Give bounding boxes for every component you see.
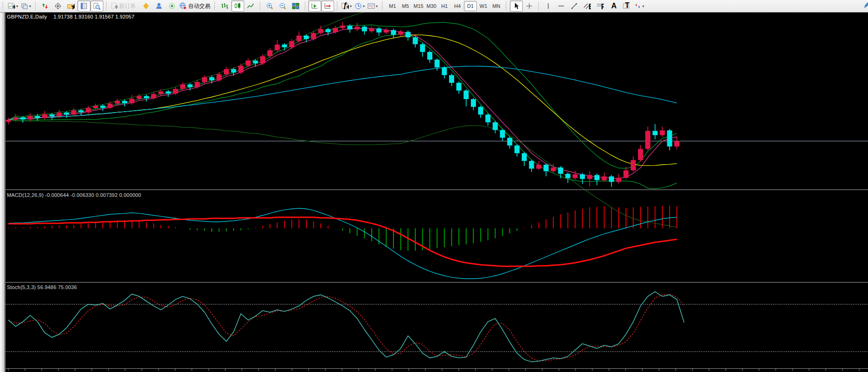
candle-body bbox=[595, 175, 600, 180]
toolbar-equidistant-channel-button[interactable]: E bbox=[581, 0, 594, 12]
candle-body bbox=[456, 83, 462, 91]
tf-m15-button[interactable]: M15 bbox=[412, 1, 425, 11]
dropdown-caret-icon[interactable]: ▾ bbox=[376, 4, 378, 8]
candle-body bbox=[289, 41, 294, 47]
toolbar-separator bbox=[35, 1, 36, 11]
tf-d1-button[interactable]: D1 bbox=[464, 1, 477, 11]
dropdown-caret-icon[interactable]: ▾ bbox=[363, 4, 365, 8]
tf-w1-button[interactable]: W1 bbox=[477, 1, 490, 11]
candle-body bbox=[478, 107, 483, 115]
toolbar: +▾▾★+新订单自动交易ƒ+▾▾▾M1M5M15M30H1H4D1W1MNEFA… bbox=[0, 0, 868, 13]
tf-m30-button[interactable]: M30 bbox=[425, 1, 438, 11]
tf-m5-button[interactable]: M5 bbox=[399, 1, 412, 11]
candle-body bbox=[347, 25, 352, 29]
toolbar-tile-windows-button[interactable] bbox=[289, 0, 302, 12]
candle-body bbox=[573, 174, 578, 178]
toolbar-templates-button[interactable]: ▾ bbox=[366, 0, 379, 12]
macd-label: MACD(12,26,9) -0.000644 -0.006330 0.0073… bbox=[7, 192, 141, 198]
tf-h4-button[interactable]: H4 bbox=[451, 1, 464, 11]
toolbar-line-chart-button[interactable] bbox=[244, 0, 257, 12]
toolbar-gripper[interactable] bbox=[381, 1, 384, 11]
terminal-window: { "chart": { "symbol_label": "GBPNZD.E,D… bbox=[0, 0, 868, 372]
toolbar-fibonacci-button[interactable]: F bbox=[594, 0, 607, 12]
toolbar-cursor-button[interactable] bbox=[510, 0, 523, 12]
dropdown-caret-icon[interactable]: ▾ bbox=[642, 4, 644, 8]
toolbar-separator bbox=[337, 1, 337, 11]
vline-icon bbox=[545, 2, 552, 10]
candle-body bbox=[333, 28, 338, 32]
candle-body bbox=[238, 66, 243, 73]
toolbar-trendline-button[interactable] bbox=[568, 0, 581, 12]
toolbar-community-button[interactable] bbox=[152, 0, 165, 12]
chart-window[interactable]: GBPNZD.E,Daily1.91738 1.93160 1.91567 1.… bbox=[0, 0, 868, 372]
dropdown-caret-icon[interactable]: ▾ bbox=[350, 4, 352, 8]
arrows-group-icon bbox=[634, 2, 641, 10]
magnifier-minus-icon bbox=[279, 2, 286, 10]
new-order-label: 新订单 bbox=[119, 2, 136, 10]
toolbar-auto-scroll-button[interactable] bbox=[308, 0, 321, 12]
toolbar-crosshair-button[interactable] bbox=[523, 0, 536, 12]
tf-mn-button[interactable]: MN bbox=[490, 1, 503, 11]
toolbar-gripper[interactable] bbox=[214, 1, 216, 11]
svg-text:★: ★ bbox=[71, 3, 75, 10]
toolbar-overflow[interactable] bbox=[863, 1, 868, 11]
toolbar-zoom-in-button[interactable] bbox=[263, 0, 276, 12]
toolbar-metaeditor-button[interactable] bbox=[139, 0, 152, 12]
candle-body bbox=[471, 99, 476, 107]
candle-body bbox=[616, 178, 621, 182]
dock-gripper-strip[interactable] bbox=[0, 13, 5, 372]
candle-body bbox=[122, 101, 127, 103]
toolbar-arrows-button[interactable]: ▾ bbox=[633, 0, 646, 12]
toolbar-horizontal-line-button[interactable] bbox=[555, 0, 568, 12]
candle-body bbox=[391, 30, 396, 35]
candle-body bbox=[405, 32, 411, 38]
toolbar-new-order-button[interactable]: +新订单 bbox=[109, 0, 137, 12]
candle-body bbox=[565, 174, 570, 178]
candle-body bbox=[282, 44, 287, 47]
toolbar-text-label-button[interactable]: T bbox=[620, 0, 633, 12]
ohlc-values: 1.91738 1.93160 1.91567 1.92057 bbox=[54, 14, 134, 19]
toolbar-new-chart-button[interactable]: +▾ bbox=[6, 0, 19, 12]
dropdown-caret-icon[interactable]: ▾ bbox=[29, 4, 31, 8]
candle-body bbox=[173, 89, 178, 94]
f-plus-icon: ƒ+ bbox=[342, 2, 349, 10]
toolbar-bar-chart-button[interactable] bbox=[218, 0, 231, 12]
candle-body bbox=[674, 141, 679, 146]
toolbar-vertical-line-button[interactable] bbox=[542, 0, 555, 12]
candle-body bbox=[544, 165, 549, 171]
toolbar-separator bbox=[106, 1, 107, 11]
toolbar-signals-button[interactable] bbox=[165, 0, 178, 12]
toolbar-separator bbox=[539, 1, 539, 11]
candlesticks bbox=[6, 22, 680, 187]
toolbar-zoom-out-button[interactable] bbox=[276, 0, 289, 12]
toolbar-group bbox=[307, 0, 336, 13]
toolbar-autotrading-button[interactable]: 自动交易 bbox=[178, 0, 211, 12]
toolbar-indicators-button[interactable]: ƒ+▾ bbox=[340, 0, 353, 12]
toolbar-data-window-button[interactable] bbox=[51, 0, 64, 12]
candle-body bbox=[297, 36, 302, 41]
candle-body bbox=[231, 69, 236, 72]
shift-axis-icon bbox=[324, 2, 331, 10]
toolbar-separator bbox=[260, 1, 260, 11]
dropdown-caret-icon[interactable]: ▾ bbox=[16, 4, 18, 8]
toolbar-gripper[interactable] bbox=[2, 1, 4, 11]
toolbar-candle-chart-button[interactable] bbox=[231, 0, 244, 12]
diamond-icon bbox=[142, 2, 150, 10]
toolbar-market-watch-button[interactable] bbox=[38, 0, 51, 12]
candle-body bbox=[64, 113, 69, 114]
toolbar-periods-button[interactable]: ▾ bbox=[353, 0, 366, 12]
tf-h1-button[interactable]: H1 bbox=[438, 1, 451, 11]
tf-m1-button[interactable]: M1 bbox=[386, 1, 399, 11]
pencil-icon bbox=[863, 1, 868, 9]
toolbar-navigator-button[interactable]: ★ bbox=[64, 0, 77, 12]
profiles-icon bbox=[21, 2, 28, 10]
toolbar-profiles-button[interactable]: ▾ bbox=[19, 0, 32, 12]
toolbar-gripper[interactable] bbox=[505, 1, 507, 11]
toolbar-text-button[interactable]: A bbox=[607, 0, 620, 12]
candle-body bbox=[165, 91, 171, 94]
label-t-icon: T bbox=[622, 2, 630, 10]
candle-body bbox=[500, 130, 505, 138]
toolbar-chart-shift-button[interactable] bbox=[321, 0, 334, 12]
toolbar-terminal-button[interactable] bbox=[77, 0, 90, 12]
toolbar-strategy-tester-button[interactable] bbox=[90, 0, 103, 12]
